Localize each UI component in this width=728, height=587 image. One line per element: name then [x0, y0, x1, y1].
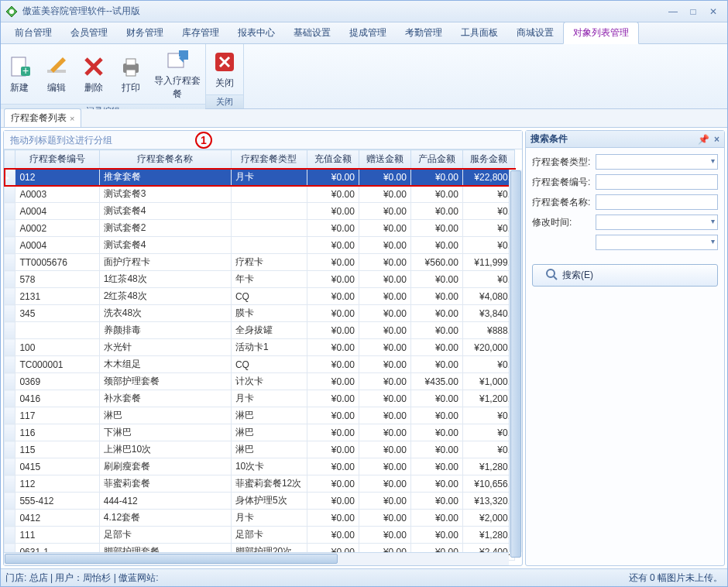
table-cell: ¥0.00 — [359, 305, 410, 322]
ribbon-btn-label: 删除 — [84, 81, 103, 94]
ribbon-btn-label: 新建 — [10, 81, 29, 94]
main-tabstrip: 前台管理会员管理财务管理库存管理报表中心基础设置提成管理考勤管理工具面板商城设置… — [1, 22, 727, 44]
horizontal-scrollbar[interactable] — [4, 552, 509, 565]
table-row[interactable]: 555-412444-412身体护理5次¥0.00¥0.00¥0.00¥13,3… — [5, 493, 515, 510]
edit-button[interactable]: 编辑 — [38, 44, 75, 104]
table-cell: 足部卡 — [99, 527, 231, 544]
status-left: 门店: 总店 | 用户：周怡杉 | 傲蓝网站: — [5, 572, 159, 585]
delete-button[interactable]: 删除 — [75, 44, 112, 104]
table-cell: 测试套餐4 — [99, 237, 231, 254]
table-cell: ¥0.00 — [307, 424, 359, 441]
table-cell: ¥0.00 — [410, 424, 462, 441]
table-row[interactable]: 112菲蜜莉套餐菲蜜莉套餐12次¥0.00¥0.00¥0.00¥10,656. — [5, 475, 515, 493]
search-button[interactable]: 搜索(E) — [532, 264, 718, 287]
group-by-hint[interactable]: 拖动列标题到这进行分组 1 — [4, 131, 522, 149]
table-cell: ¥888. — [462, 322, 514, 339]
table-row[interactable]: 0369颈部护理套餐计次卡¥0.00¥0.00¥435.00¥1,000. — [5, 373, 515, 390]
table-row[interactable]: A0002测试套餐2¥0.00¥0.00¥0.00¥0. — [5, 220, 515, 237]
column-header[interactable]: 产品金额 — [410, 150, 462, 169]
close-button[interactable]: 关闭 — [206, 44, 243, 94]
main-tab[interactable]: 商城设置 — [507, 22, 563, 43]
table-cell: A0003 — [15, 186, 99, 203]
scrollbar-thumb[interactable] — [5, 554, 338, 564]
print-button[interactable]: 打印 — [112, 44, 149, 104]
table-row[interactable]: 0415刷刷瘦套餐10次卡¥0.00¥0.00¥0.00¥1,280. — [5, 458, 515, 475]
text-input[interactable] — [596, 194, 718, 210]
table-cell: ¥1,200. — [462, 390, 514, 407]
text-input[interactable] — [596, 174, 718, 190]
minimize-button[interactable]: — — [664, 5, 682, 19]
main-tab[interactable]: 提成管理 — [340, 22, 396, 43]
document-tab[interactable]: 疗程套餐列表 × — [4, 108, 81, 127]
table-row[interactable]: 100水光针活动卡1¥0.00¥0.00¥0.00¥20,000. — [5, 339, 515, 356]
import-button[interactable]: 导入疗程套餐 — [149, 44, 205, 104]
combo-input[interactable] — [596, 215, 718, 230]
tab-close-icon[interactable]: × — [70, 114, 74, 123]
data-grid[interactable]: 疗程套餐编号疗程套餐名称疗程套餐类型充值金额赠送金额产品金额服务金额▸012推拿… — [4, 149, 515, 561]
column-header[interactable]: 充值金额 — [307, 150, 359, 169]
table-row[interactable]: 345洗衣48次膜卡¥0.00¥0.00¥0.00¥3,840. — [5, 305, 515, 322]
column-header[interactable]: 疗程套餐编号 — [15, 150, 99, 169]
table-cell: ¥0.00 — [359, 356, 410, 373]
table-row[interactable]: ▸012推拿套餐月卡¥0.00¥0.00¥0.00¥22,800. — [5, 169, 515, 186]
table-cell: 养颜排毒 — [99, 322, 231, 339]
table-row[interactable]: 养颜排毒全身拔罐¥0.00¥0.00¥0.00¥888. — [5, 322, 515, 339]
table-cell: ¥0.00 — [410, 203, 462, 220]
main-tab[interactable]: 工具面板 — [452, 22, 507, 43]
table-row[interactable]: 0416补水套餐月卡¥0.00¥0.00¥0.00¥1,200. — [5, 390, 515, 407]
table-row[interactable]: 04124.12套餐月卡¥0.00¥0.00¥0.00¥2,000. — [5, 510, 515, 527]
pin-icon[interactable]: 📌 — [698, 134, 709, 145]
main-tab[interactable]: 考勤管理 — [396, 22, 452, 43]
table-cell: A0004 — [15, 237, 99, 254]
table-cell: ¥0.00 — [410, 288, 462, 305]
maximize-button[interactable]: □ — [684, 5, 702, 19]
table-row[interactable]: 115上淋巴10次淋巴¥0.00¥0.00¥0.00¥0. — [5, 441, 515, 458]
table-row[interactable]: 5781红茶48次年卡¥0.00¥0.00¥0.00¥0. — [5, 271, 515, 288]
column-header[interactable]: 疗程套餐类型 — [231, 150, 307, 169]
table-row[interactable]: TC000001木木组足CQ¥0.00¥0.00¥0.00¥0. — [5, 356, 515, 373]
main-tab[interactable]: 财务管理 — [117, 22, 173, 43]
table-cell: ¥22,800. — [462, 169, 514, 186]
table-cell: ¥0.00 — [359, 475, 410, 493]
table-row[interactable]: A0003测试套餐3¥0.00¥0.00¥0.00¥0. — [5, 186, 515, 203]
panel-close-icon[interactable]: × — [714, 134, 719, 145]
table-row[interactable]: 111足部卡足部卡¥0.00¥0.00¥0.00¥1,280. — [5, 527, 515, 544]
table-cell: 116 — [15, 424, 99, 441]
scrollbar-thumb[interactable] — [510, 170, 521, 558]
main-tab[interactable]: 库存管理 — [173, 22, 228, 43]
column-header[interactable]: 服务金额 — [462, 150, 514, 169]
combo-input[interactable] — [596, 235, 718, 250]
table-row[interactable]: TT0005676面护疗程卡疗程卡¥0.00¥0.00¥560.00¥11,99… — [5, 254, 515, 271]
table-row[interactable]: 116下淋巴淋巴¥0.00¥0.00¥0.00¥0. — [5, 424, 515, 441]
table-cell: ¥0.00 — [410, 186, 462, 203]
table-row[interactable]: 21312红茶48次CQ¥0.00¥0.00¥0.00¥4,080. — [5, 288, 515, 305]
main-tab[interactable]: 对象列表管理 — [563, 22, 639, 44]
table-cell: 月卡 — [231, 390, 307, 407]
table-row[interactable]: 117淋巴淋巴¥0.00¥0.00¥0.00¥0. — [5, 407, 515, 424]
close-button[interactable]: ✕ — [704, 5, 723, 19]
svg-point-17 — [547, 269, 555, 277]
column-header[interactable]: 赠送金额 — [359, 150, 410, 169]
column-header[interactable]: 疗程套餐名称 — [99, 150, 231, 169]
table-cell: ¥0.00 — [410, 339, 462, 356]
main-tab[interactable]: 会员管理 — [61, 22, 117, 43]
combo-input[interactable] — [596, 154, 718, 170]
svg-rect-12 — [126, 70, 136, 76]
main-tab[interactable]: 基础设置 — [284, 22, 340, 43]
table-row[interactable]: A0004测试套餐4¥0.00¥0.00¥0.00¥0. — [5, 237, 515, 254]
table-cell: ¥0.00 — [307, 356, 359, 373]
table-cell: 111 — [15, 527, 99, 544]
table-cell: ¥0.00 — [307, 441, 359, 458]
table-cell: ¥0.00 — [359, 458, 410, 475]
main-tab[interactable]: 前台管理 — [5, 22, 61, 43]
main-tab[interactable]: 报表中心 — [228, 22, 284, 43]
vertical-scrollbar[interactable] — [509, 170, 522, 552]
new-button[interactable]: +新建 — [1, 44, 38, 104]
tab-label: 疗程套餐列表 — [11, 112, 67, 125]
annotation-badge: 1 — [195, 132, 212, 149]
table-cell: ¥0.00 — [410, 510, 462, 527]
table-cell: ¥20,000. — [462, 339, 514, 356]
table-cell: ¥0.00 — [359, 527, 410, 544]
table-row[interactable]: A0004测试套餐4¥0.00¥0.00¥0.00¥0. — [5, 203, 515, 220]
table-cell: 刷刷瘦套餐 — [99, 458, 231, 475]
